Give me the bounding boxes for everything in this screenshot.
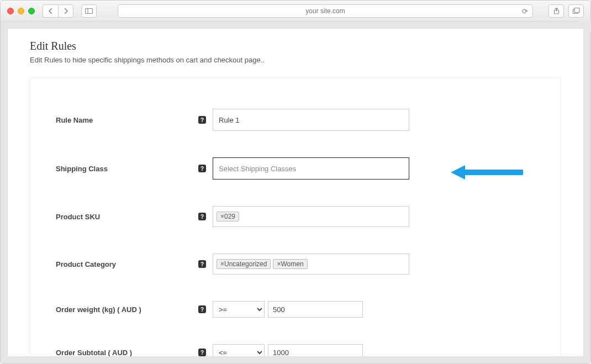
sku-tag[interactable]: ×029 <box>217 212 239 221</box>
help-icon[interactable]: ? <box>198 116 206 124</box>
forward-button[interactable] <box>58 4 73 18</box>
row-order-subtotal: Order Subtotal ( AUD ) ? <= <box>56 344 535 357</box>
product-category-label: Product Category <box>56 260 198 268</box>
order-weight-op-select[interactable]: >= <box>213 301 265 318</box>
form-panel: Rule Name ? Shipping Class ? Select Ship… <box>30 77 561 357</box>
help-icon[interactable]: ? <box>198 213 206 220</box>
row-rule-name: Rule Name ? <box>56 109 535 131</box>
tabs-button[interactable] <box>568 4 584 18</box>
page-subtitle: Edit Rules to hide specific shippings me… <box>30 56 561 64</box>
content-card: Edit Rules Edit Rules to hide specific s… <box>7 28 584 357</box>
page-area: Edit Rules Edit Rules to hide specific s… <box>1 22 590 363</box>
arrow-annotation <box>451 165 523 180</box>
window-controls <box>7 8 35 14</box>
row-product-sku: Product SKU ? ×029 <box>56 206 535 227</box>
share-button[interactable] <box>548 4 564 18</box>
sidebar-toggle-button[interactable] <box>81 4 97 18</box>
shipping-class-placeholder: Select Shipping Classes <box>219 165 296 173</box>
maximize-window-icon[interactable] <box>28 8 35 14</box>
svg-rect-4 <box>574 8 579 13</box>
address-url: your site.com <box>305 7 345 15</box>
product-sku-input[interactable]: ×029 <box>213 206 409 227</box>
arrow-line <box>465 170 523 175</box>
help-icon[interactable]: ? <box>198 349 206 356</box>
svg-rect-0 <box>86 8 93 13</box>
help-icon[interactable]: ? <box>198 305 206 313</box>
rule-name-label: Rule Name <box>56 116 198 124</box>
order-weight-value-input[interactable] <box>268 301 363 318</box>
order-subtotal-op-select[interactable]: <= <box>213 344 265 357</box>
order-subtotal-label: Order Subtotal ( AUD ) <box>56 349 198 357</box>
help-icon[interactable]: ? <box>198 260 206 268</box>
category-tag[interactable]: ×Uncategorized <box>217 259 271 269</box>
arrow-head-icon <box>451 165 465 180</box>
close-window-icon[interactable] <box>7 8 14 14</box>
shipping-class-select[interactable]: Select Shipping Classes <box>213 157 409 180</box>
product-category-input[interactable]: ×Uncategorized ×Women <box>213 254 409 275</box>
order-subtotal-value-input[interactable] <box>268 344 363 357</box>
rule-name-input[interactable] <box>213 109 409 131</box>
browser-window: your site.com ⟳ + Edit Rules Edit Rules … <box>0 0 591 364</box>
order-weight-label: Order weight (kg) ( AUD ) <box>56 305 198 314</box>
reload-icon[interactable]: ⟳ <box>522 7 528 15</box>
titlebar: your site.com ⟳ <box>1 1 590 22</box>
row-order-weight: Order weight (kg) ( AUD ) ? >= <box>56 301 535 318</box>
page-title: Edit Rules <box>30 40 561 52</box>
product-sku-label: Product SKU <box>56 213 198 221</box>
shipping-class-label: Shipping Class <box>56 165 198 173</box>
category-tag[interactable]: ×Women <box>273 259 307 269</box>
minimize-window-icon[interactable] <box>18 8 24 14</box>
address-bar[interactable]: your site.com ⟳ <box>118 4 533 18</box>
row-product-category: Product Category ? ×Uncategorized ×Women <box>56 254 535 275</box>
back-button[interactable] <box>43 4 58 18</box>
help-icon[interactable]: ? <box>198 165 206 172</box>
